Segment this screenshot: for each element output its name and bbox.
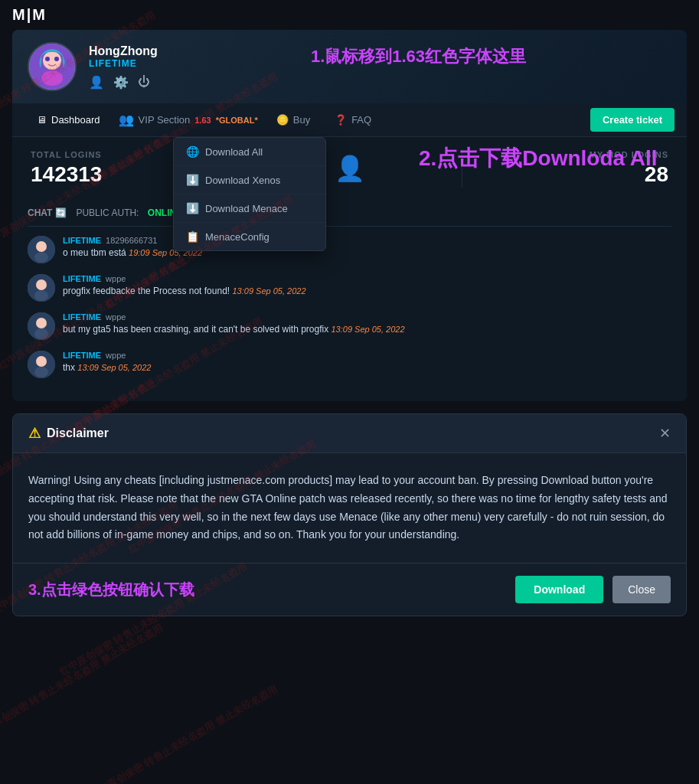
disclaimer-body: Warning! Using any cheats [including jus… <box>13 453 686 563</box>
warning-icon: ⚠ <box>28 425 41 442</box>
top-bar: M|M <box>0 0 699 30</box>
svg-point-4 <box>54 57 59 61</box>
chat-role-2: LIFETIME <box>63 274 101 283</box>
chat-time-3: 13:09 Sep 05, 2022 <box>332 325 405 334</box>
instruction-step1: 1.鼠标移到1.63红色字体这里 <box>165 45 671 68</box>
chat-section: CHAT 🔄 PUBLIC AUTH: ONLINE ] STATUS: ONL… <box>12 200 687 401</box>
chat-content-2: LIFETIME wppe progfix feedbacke the Proc… <box>63 274 671 298</box>
config-icon: 📋 <box>186 230 199 243</box>
chat-avatar-3 <box>28 312 55 340</box>
svg-point-12 <box>36 318 47 328</box>
chat-avatar-1 <box>28 236 55 263</box>
svg-point-15 <box>36 356 47 367</box>
chat-avatar-4 <box>28 351 55 378</box>
disclaimer-header: ⚠ Disclaimer ✕ <box>13 414 686 453</box>
disclaimer-close-button[interactable]: ✕ <box>659 425 671 442</box>
disclaimer-footer: 3.点击绿色按钮确认下载 Download Close <box>13 563 686 616</box>
dropdown-item-menace-config[interactable]: 📋 MenaceConfig <box>174 223 325 250</box>
chat-time-4: 13:09 Sep 05, 2022 <box>77 363 151 372</box>
chat-text-2: progfix feedbacke the Process not found!… <box>63 285 671 298</box>
dashboard-icon: 🖥 <box>37 114 47 126</box>
chat-meta-3: LIFETIME wppe <box>63 312 671 322</box>
nav-dashboard[interactable]: 🖥 Dashboard <box>24 105 113 135</box>
svg-point-13 <box>34 328 48 339</box>
chat-time-2: 13:09 Sep 05, 2022 <box>232 286 305 296</box>
chat-username-3: wppe <box>106 312 126 322</box>
chat-content-1: LIFETIME 18296666731 o meu tbm está 19:0… <box>63 236 671 260</box>
user-stat-icon: 👤 <box>335 154 365 183</box>
download-xenos-icon: ⬇️ <box>186 174 199 186</box>
svg-point-2 <box>41 70 63 86</box>
dropdown-item-download-xenos[interactable]: ⬇️ Download Xenos <box>174 166 325 194</box>
settings-icon[interactable]: ⚙️ <box>113 75 129 90</box>
profile-icon[interactable]: 👤 <box>89 75 104 90</box>
create-ticket-button[interactable]: Create ticket <box>590 108 675 132</box>
global-badge: *GLOBAL* <box>216 116 258 125</box>
main-container: HongZhong LIFETIME 👤 ⚙️ ⏻ 1.鼠标移到1.63红色字体… <box>12 30 687 401</box>
svg-point-7 <box>34 252 48 263</box>
chat-username-1: 18296666731 <box>106 236 157 245</box>
chat-username-4: wppe <box>106 351 126 360</box>
chat-header: CHAT 🔄 PUBLIC AUTH: ONLINE ] STATUS: ONL… <box>28 200 671 227</box>
chat-message-1: LIFETIME 18296666731 o meu tbm está 19:0… <box>28 236 671 263</box>
chat-username-2: wppe <box>106 274 126 283</box>
nav-buy[interactable]: 🪙 Buy <box>264 105 322 135</box>
close-button[interactable]: Close <box>612 576 671 603</box>
chat-content-4: LIFETIME wppe thx 13:09 Sep 05, 2022 <box>63 351 671 374</box>
refresh-icon[interactable]: 🔄 <box>55 207 67 218</box>
buy-icon: 🪙 <box>276 114 289 126</box>
disclaimer-title: ⚠ Disclaimer <box>28 425 109 442</box>
faq-icon: ❓ <box>335 114 347 126</box>
chat-title: CHAT 🔄 <box>28 207 67 218</box>
vip-dropdown-menu: 2.点击下载Downloda All 🌐 Download All ⬇️ Dow… <box>173 137 326 251</box>
chat-role-4: LIFETIME <box>63 351 101 360</box>
svg-point-6 <box>36 241 47 252</box>
avatar <box>28 42 77 91</box>
chat-message-3: LIFETIME wppe but my gta5 has been crash… <box>28 312 671 340</box>
chat-message-2: LIFETIME wppe progfix feedbacke the Proc… <box>28 274 671 302</box>
avatar-image <box>29 44 75 90</box>
svg-point-3 <box>45 57 50 61</box>
svg-point-10 <box>34 290 48 301</box>
nav-bar-wrapper: 🖥 Dashboard 👥 VIP Section 1.63 *GLOBAL* … <box>12 103 687 137</box>
chat-role-3: LIFETIME <box>63 312 101 322</box>
app-logo: M|M <box>12 6 47 24</box>
instruction-step3: 3.点击绿色按钮确认下载 <box>28 580 506 600</box>
svg-point-1 <box>43 51 61 70</box>
auth-label: PUBLIC AUTH: <box>76 207 139 218</box>
download-all-icon: 🌐 <box>186 145 199 158</box>
chat-text-3: but my gta5 has been crashing, and it ca… <box>63 323 671 336</box>
nav-bar: 🖥 Dashboard 👥 VIP Section 1.63 *GLOBAL* … <box>12 103 687 137</box>
chat-text-1: o meu tbm está 19:09 Sep 05, 2022 <box>63 247 671 260</box>
version-badge: 1.63 <box>194 116 211 125</box>
svg-point-9 <box>36 279 47 290</box>
chat-meta-2: LIFETIME wppe <box>63 274 671 283</box>
vip-users-icon: 👥 <box>119 113 134 127</box>
chat-content-3: LIFETIME wppe but my gta5 has been crash… <box>63 312 671 336</box>
download-button[interactable]: Download <box>515 576 603 603</box>
chat-meta-1: LIFETIME 18296666731 <box>63 236 671 245</box>
disclaimer-modal: ⚠ Disclaimer ✕ Warning! Using any cheats… <box>12 413 687 616</box>
chat-meta-4: LIFETIME wppe <box>63 351 671 360</box>
profile-actions: 👤 ⚙️ ⏻ <box>89 75 671 90</box>
profile-header: HongZhong LIFETIME 👤 ⚙️ ⏻ 1.鼠标移到1.63红色字体… <box>12 30 687 103</box>
power-icon[interactable]: ⏻ <box>138 75 150 90</box>
nav-faq[interactable]: ❓ FAQ <box>322 105 384 135</box>
svg-point-16 <box>34 367 48 377</box>
chat-text-4: thx 13:09 Sep 05, 2022 <box>63 361 671 374</box>
download-menace-icon: ⬇️ <box>186 202 199 214</box>
dropdown-item-download-menace[interactable]: ⬇️ Download Menace <box>174 194 325 223</box>
nav-vip-section[interactable]: 👥 VIP Section 1.63 *GLOBAL* <box>113 103 264 136</box>
chat-role-1: LIFETIME <box>63 236 101 245</box>
dropdown-item-download-all[interactable]: 🌐 Download All <box>174 138 325 166</box>
chat-message-4: LIFETIME wppe thx 13:09 Sep 05, 2022 <box>28 351 671 378</box>
chat-avatar-2 <box>28 274 55 302</box>
